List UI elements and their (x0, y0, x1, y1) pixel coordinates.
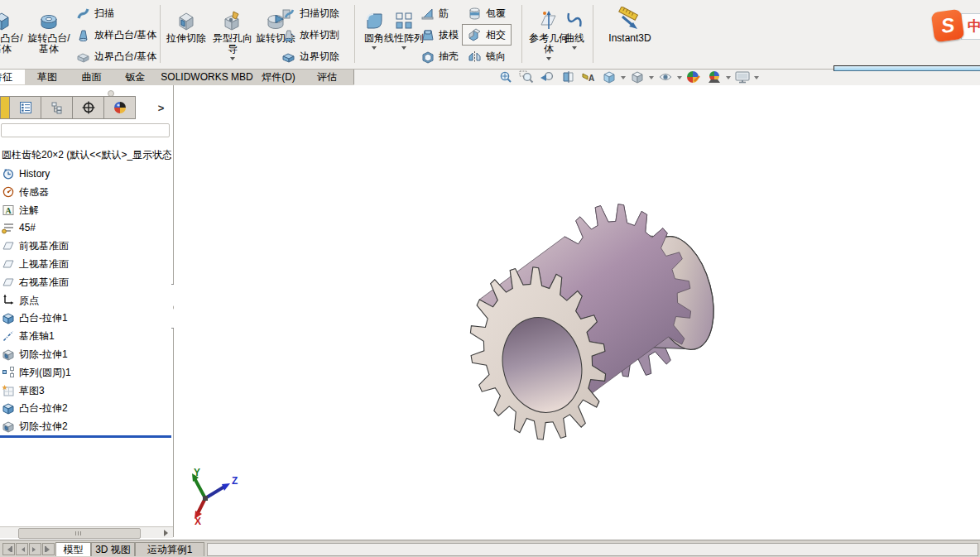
fillet-caret[interactable] (372, 46, 377, 52)
tree-filter-box[interactable] (1, 123, 170, 137)
edit-appearance-icon[interactable] (685, 70, 703, 84)
tree-item-material[interactable]: 45# (0, 218, 171, 237)
model-tab[interactable]: 模型 (55, 542, 91, 556)
tree-item-circular-pattern1[interactable]: 阵列(圆周)1 (0, 363, 171, 382)
next-tab-button[interactable] (29, 543, 41, 555)
motion-study-1-tab[interactable]: 运动算例1 (135, 542, 204, 556)
tree-item-front-plane[interactable]: 前视基准面 (0, 237, 171, 255)
tree-horizontal-scrollbar[interactable] (0, 526, 173, 538)
previous-tab-button[interactable] (16, 543, 28, 555)
draft-button[interactable]: 拔模 (420, 24, 459, 46)
tab-surfaces[interactable]: 曲面 (70, 70, 114, 84)
feature-manager-tab[interactable] (0, 96, 10, 119)
tab-weldments[interactable]: 焊件(D) (257, 70, 301, 84)
linear-pattern-button[interactable]: 线性阵列 (382, 2, 425, 67)
configuration-manager-tab[interactable] (41, 96, 73, 119)
hide-show-items-caret[interactable] (677, 76, 682, 82)
sweep-button[interactable]: 扫描 (76, 2, 156, 24)
panel-expand-button[interactable]: > (154, 97, 168, 118)
curves-button[interactable]: 曲线 (558, 2, 591, 67)
scrollbar-right-arrow[interactable] (162, 528, 172, 537)
3d-views-tab[interactable]: 3D 视图 (91, 542, 135, 556)
tab-sheet-metal[interactable]: 钣金 (113, 70, 158, 84)
mirror-button[interactable]: 镜向 (468, 46, 512, 67)
tab-features[interactable]: 特征 (0, 70, 26, 84)
tree-item-annotations[interactable]: A 注解 (0, 201, 171, 219)
boss-extrude-icon (2, 401, 15, 415)
loft-cut-button[interactable]: 放样切割 (281, 24, 339, 46)
tree-item-sensors[interactable]: 传感器 (0, 183, 171, 201)
property-manager-tab[interactable] (10, 96, 41, 119)
configuration-manager-icon (50, 101, 64, 114)
tree-item-origin[interactable]: 原点 (0, 291, 171, 310)
mirror-label: 镜向 (486, 50, 506, 64)
sweep-cut-button[interactable]: 扫描切除 (281, 2, 339, 24)
wrap-button[interactable]: 包覆 (468, 2, 512, 24)
heads-up-view-toolbar: A (497, 69, 759, 85)
annotations-icon: A (2, 204, 15, 217)
view-orientation-icon[interactable] (600, 70, 618, 84)
hole-wizard-caret[interactable] (230, 57, 235, 63)
tree-root-item[interactable]: 圆柱齿轮20×2 (默认<<默认>_显示状态 (2, 146, 171, 163)
tab-solidworks-mbd[interactable]: SOLIDWORKS MBD (157, 70, 257, 84)
extrude-cut-label: 拉伸切除 (166, 33, 206, 44)
hide-show-items-icon[interactable] (656, 70, 675, 84)
tree-item-sketch3[interactable]: 草图3 (0, 382, 171, 400)
zoom-to-area-icon[interactable] (517, 70, 536, 84)
last-tab-button[interactable] (42, 543, 55, 555)
apply-scene-icon[interactable] (705, 70, 723, 84)
linear-pattern-caret[interactable] (401, 46, 406, 52)
tree-item-right-plane[interactable]: 右视基准面 (0, 273, 171, 291)
display-style-caret[interactable] (649, 76, 654, 82)
tree-item-cut-extrude2[interactable]: 切除-拉伸2 (0, 417, 171, 435)
scrollbar-thumb[interactable] (18, 528, 141, 539)
extrude-boss-button[interactable]: 拉伸凸台/基体 (0, 2, 25, 67)
revolve-boss-icon (38, 5, 60, 31)
plane-icon (2, 257, 15, 271)
tree-item-boss-extrude2[interactable]: 凸台-拉伸2 (0, 399, 171, 417)
rib-button[interactable]: 筋 (420, 2, 459, 24)
zoom-to-fit-icon[interactable] (497, 70, 515, 84)
dimxpert-manager-tab[interactable] (73, 96, 104, 119)
view-orientation-caret[interactable] (621, 76, 626, 82)
section-view-icon[interactable] (559, 70, 577, 84)
display-manager-tab[interactable] (104, 96, 136, 119)
ribbon-separator (160, 5, 161, 63)
curves-label: 曲线 (564, 33, 584, 44)
boundary-cut-button[interactable]: 边界切除 (281, 46, 339, 67)
wrap-icon (468, 7, 482, 21)
loft-boss-button[interactable]: 放样凸台/基体 (76, 24, 156, 46)
tree-item-boss-extrude1[interactable]: 凸台-拉伸1 (0, 309, 171, 327)
view-settings-icon[interactable] (733, 70, 752, 84)
previous-view-icon[interactable] (538, 70, 556, 84)
apply-scene-caret[interactable] (726, 76, 731, 82)
gear-model[interactable] (174, 85, 980, 540)
reference-geometry-caret[interactable] (546, 57, 551, 63)
boundary-boss-button[interactable]: 边界凸台/基体 (76, 46, 156, 67)
tree-item-axis1[interactable]: 基准轴1 (0, 327, 171, 345)
ribbon-separator (521, 5, 522, 63)
view-settings-caret[interactable] (754, 76, 759, 82)
instant3d-button[interactable]: Instant3D (596, 2, 664, 67)
tree-item-top-plane[interactable]: 上视基准面 (0, 255, 171, 273)
revolve-boss-label: 旋转凸台/基体 (25, 33, 73, 55)
revolve-boss-button[interactable]: 旋转凸台/基体 (25, 2, 73, 67)
curves-caret[interactable] (572, 46, 577, 52)
intersect-button[interactable]: 相交 (462, 24, 512, 46)
shell-button[interactable]: 抽壳 (420, 46, 459, 67)
first-tab-button[interactable] (2, 543, 15, 555)
svg-text:A: A (588, 74, 594, 83)
instant3d-icon (616, 5, 644, 31)
dimxpert-manager-icon (82, 101, 95, 114)
rollback-bar[interactable] (0, 435, 171, 438)
hole-wizard-button[interactable]: 异型孔向导 (210, 2, 255, 67)
extrude-cut-button[interactable]: 拉伸切除 (164, 2, 209, 67)
ime-indicator[interactable]: S 中 (933, 10, 980, 41)
hide-show-annotations-icon[interactable]: A (579, 70, 598, 84)
tab-sketch[interactable]: 草图 (25, 70, 70, 84)
graphics-viewport[interactable]: Y Z X (174, 85, 980, 540)
tree-item-history[interactable]: History (0, 165, 171, 183)
tree-item-cut-extrude1[interactable]: 切除-拉伸1 (0, 345, 171, 363)
tab-evaluate[interactable]: 评估 (300, 70, 354, 84)
display-style-icon[interactable] (628, 70, 646, 84)
